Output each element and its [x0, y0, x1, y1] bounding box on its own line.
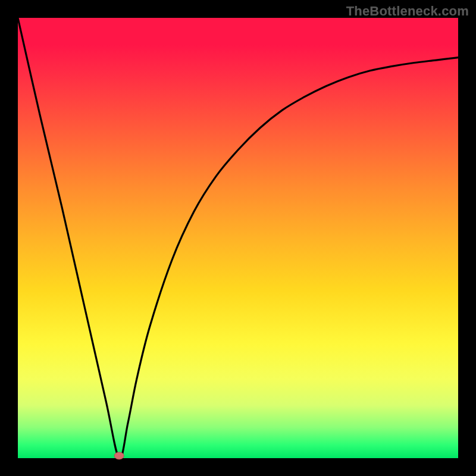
plot-area — [18, 18, 458, 458]
optimum-marker — [114, 452, 124, 459]
bottleneck-curve — [18, 18, 458, 459]
chart-frame: TheBottleneck.com — [0, 0, 476, 476]
watermark-text: TheBottleneck.com — [346, 4, 469, 19]
bottleneck-curve-svg — [18, 18, 458, 458]
